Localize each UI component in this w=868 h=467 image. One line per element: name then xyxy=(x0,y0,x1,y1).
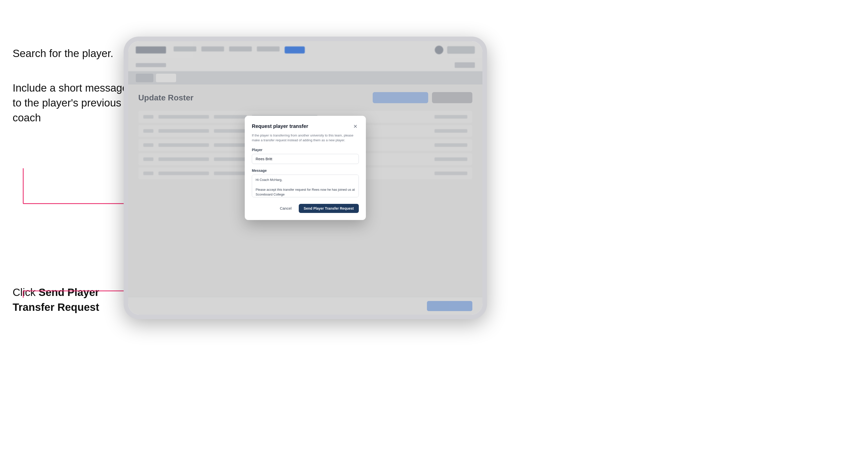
tablet-screen: Update Roster xyxy=(128,41,483,315)
modal-description: If the player is transferring from anoth… xyxy=(252,133,359,143)
annotation-click: Click Send PlayerTransfer Request xyxy=(12,285,129,315)
annotation-click-prefix: Click xyxy=(12,286,39,298)
annotation-search: Search for the player. xyxy=(12,47,113,61)
modal-title: Request player transfer xyxy=(252,123,308,129)
player-input[interactable] xyxy=(252,154,359,164)
app-screen: Update Roster xyxy=(128,41,483,315)
annotation-message: Include a short messageto the player's p… xyxy=(12,81,129,125)
send-transfer-request-button[interactable]: Send Player Transfer Request xyxy=(299,204,359,213)
player-label: Player xyxy=(252,148,359,152)
message-label: Message xyxy=(252,168,359,173)
message-textarea[interactable]: Hi Coach McHarg, Please accept this tran… xyxy=(252,175,359,197)
tablet: Update Roster xyxy=(124,37,487,319)
modal-overlay: Request player transfer ✕ If the player … xyxy=(128,41,483,315)
modal-close-button[interactable]: ✕ xyxy=(352,123,359,130)
modal-header: Request player transfer ✕ xyxy=(252,123,359,130)
modal-footer: Cancel Send Player Transfer Request xyxy=(252,204,359,213)
cancel-button[interactable]: Cancel xyxy=(276,204,296,212)
transfer-request-modal: Request player transfer ✕ If the player … xyxy=(245,116,366,220)
